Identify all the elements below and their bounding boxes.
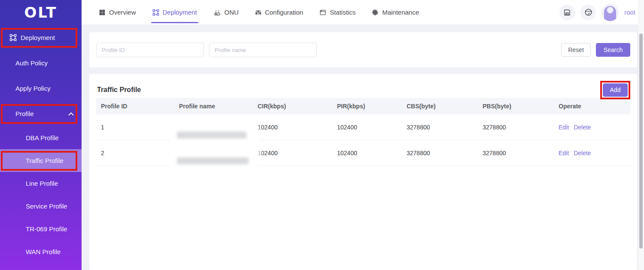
- sidebar-item-label: WAN Profile: [0, 248, 61, 255]
- filter-panel: Reset Search: [89, 32, 637, 68]
- sidebar: OLT Deployment Auth Policy Apply Policy …: [0, 0, 82, 270]
- sidebar-item-traffic-profile[interactable]: Traffic Profile: [0, 149, 82, 172]
- edit-link[interactable]: Edit: [559, 150, 569, 156]
- sidebar-item-service-profile[interactable]: Service Profile: [0, 195, 82, 218]
- tab-label: ONU: [225, 9, 239, 16]
- top-tabs: Overview Deployment: [99, 0, 419, 25]
- tab-deployment[interactable]: Deployment: [152, 0, 197, 25]
- scrollbar-track: [638, 0, 644, 270]
- cell-operate: Edit Delete: [554, 150, 630, 156]
- table-header-row: Profile ID Profile name CIR(kbps) PIR(kb…: [96, 98, 630, 114]
- tab-statistics[interactable]: Statistics: [319, 0, 355, 25]
- tab-configuration[interactable]: Configuration: [255, 0, 303, 25]
- sidebar-item-label: Profile: [0, 110, 34, 117]
- annotation-box-add: Add: [600, 81, 630, 99]
- panel-header: Traffic Profile Add: [96, 74, 630, 98]
- sidebar-item-tr069-profile[interactable]: TR-069 Profile: [0, 218, 82, 240]
- grid-icon: [99, 9, 106, 16]
- language-button[interactable]: [580, 5, 596, 20]
- page-content: Reset Search Traffic Profile Add Profile…: [82, 25, 644, 270]
- frame-icon: [152, 9, 159, 16]
- delete-link[interactable]: Delete: [574, 124, 591, 131]
- search-button[interactable]: Search: [596, 43, 630, 57]
- tab-label: Maintenance: [382, 9, 419, 16]
- chevron-up-icon: [68, 112, 74, 116]
- cell-operate: Edit Delete: [554, 124, 630, 131]
- cell-pbs: 3278800: [478, 150, 554, 156]
- delete-link[interactable]: Delete: [574, 150, 591, 156]
- save-icon: [563, 9, 571, 16]
- profile-name-input[interactable]: [209, 43, 317, 57]
- tab-maintenance[interactable]: Maintenance: [372, 0, 419, 25]
- sidebar-item-profile[interactable]: Profile: [0, 101, 82, 126]
- traffic-profile-panel: Traffic Profile Add Profile ID Profile n…: [89, 74, 637, 270]
- cell-profile-id: 1: [96, 124, 174, 131]
- sidebar-item-auth-policy[interactable]: Auth Policy: [0, 50, 82, 76]
- column-header: PBS(byte): [478, 103, 554, 110]
- sidebar-item-label: Apply Policy: [0, 85, 51, 92]
- tab-label: Configuration: [265, 9, 303, 16]
- sidebar-item-label: DBA Profile: [0, 134, 59, 141]
- user-avatar[interactable]: [601, 4, 619, 21]
- app-logo: OLT: [0, 0, 82, 25]
- username: root: [624, 9, 635, 16]
- reset-button[interactable]: Reset: [561, 43, 591, 57]
- sidebar-item-dba-profile[interactable]: DBA Profile: [0, 126, 82, 149]
- sliders-icon: [255, 9, 261, 16]
- add-button[interactable]: Add: [603, 83, 628, 97]
- save-config-button[interactable]: [559, 5, 575, 20]
- tab-overview[interactable]: Overview: [99, 0, 136, 25]
- column-header: CBS(byte): [402, 103, 478, 110]
- column-header: Profile name: [174, 103, 253, 110]
- column-header: Profile ID: [96, 103, 174, 110]
- cell-pir: 102400: [332, 150, 402, 156]
- sidebar-item-label: Line Profile: [0, 180, 58, 187]
- tab-label: Deployment: [163, 9, 197, 16]
- cell-pbs: 3278800: [478, 124, 554, 131]
- sidebar-item-label: Service Profile: [0, 202, 67, 210]
- sidebar-item-label: Auth Policy: [0, 59, 48, 67]
- column-header: PIR(kbps): [332, 103, 402, 110]
- sidebar-item-deployment[interactable]: Deployment: [0, 25, 82, 50]
- column-header: CIR(kbps): [253, 103, 332, 110]
- sidebar-item-apply-policy[interactable]: Apply Policy: [0, 76, 82, 101]
- tab-label: Statistics: [330, 9, 355, 16]
- window-icon: [319, 9, 326, 16]
- cell-cir: 102400: [253, 124, 332, 131]
- cell-profile-id: 2: [96, 150, 174, 156]
- redacted-profile-name: [177, 132, 246, 138]
- sidebar-item-wan-profile[interactable]: WAN Profile: [0, 240, 82, 263]
- column-header: Operate: [554, 103, 630, 110]
- olt-management-app: OLT Deployment Auth Policy Apply Policy …: [0, 0, 644, 270]
- cell-cbs: 3278800: [402, 150, 478, 156]
- router-icon: [213, 9, 221, 16]
- sidebar-item-label: Traffic Profile: [0, 157, 64, 164]
- top-navigation-bar: Overview Deployment: [82, 0, 644, 25]
- profile-id-input[interactable]: [96, 43, 204, 57]
- sidebar-item-label: Deployment: [21, 34, 55, 41]
- deployment-icon: [9, 34, 17, 41]
- tab-label: Overview: [109, 9, 136, 16]
- panel-title: Traffic Profile: [96, 86, 141, 94]
- cell-cbs: 3278800: [402, 124, 478, 131]
- sidebar-item-label: TR-069 Profile: [0, 225, 67, 233]
- redacted-profile-name: [177, 157, 249, 164]
- main-area: Overview Deployment: [82, 0, 644, 270]
- tab-onu[interactable]: ONU: [213, 0, 239, 25]
- gear-icon: [372, 9, 379, 16]
- filter-buttons: Reset Search: [561, 43, 630, 57]
- edit-link[interactable]: Edit: [559, 124, 569, 131]
- sidebar-item-line-profile[interactable]: Line Profile: [0, 172, 82, 195]
- globe-icon: [584, 8, 592, 16]
- topbar-actions: root: [559, 0, 635, 25]
- cell-cir: 102400: [253, 150, 332, 156]
- scrollbar-thumb[interactable]: [639, 34, 643, 249]
- cell-pir: 102400: [332, 124, 402, 131]
